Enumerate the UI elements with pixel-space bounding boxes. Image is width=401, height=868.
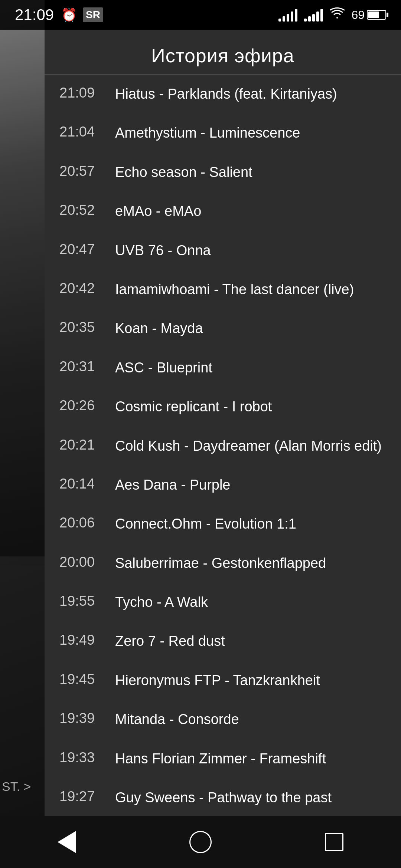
home-button[interactable] bbox=[178, 827, 223, 857]
background-left bbox=[0, 0, 45, 868]
track-item[interactable]: 20:57Echo season - Salient bbox=[45, 153, 401, 192]
track-time: 19:39 bbox=[59, 710, 104, 726]
track-name: Connect.Ohm - Evolution 1:1 bbox=[115, 515, 386, 533]
track-time: 20:26 bbox=[59, 398, 104, 414]
track-name: Zero 7 - Red dust bbox=[115, 632, 386, 650]
bar5 bbox=[295, 9, 297, 22]
track-name: Guy Sweens - Pathway to the past bbox=[115, 789, 386, 807]
track-time: 19:33 bbox=[59, 750, 104, 766]
track-name: Mitanda - Consorde bbox=[115, 710, 386, 729]
track-list: 21:09Hiatus - Parklands (feat. Kirtaniya… bbox=[45, 75, 401, 868]
track-time: 21:04 bbox=[59, 124, 104, 140]
alarm-icon: ⏰ bbox=[61, 7, 77, 22]
bar4 bbox=[291, 11, 293, 22]
track-item[interactable]: 21:04Amethystium - Luminescence bbox=[45, 114, 401, 152]
bar2 bbox=[283, 16, 285, 22]
track-time: 21:09 bbox=[59, 85, 104, 101]
bar5 bbox=[320, 9, 323, 22]
bar2 bbox=[308, 16, 311, 22]
track-item[interactable]: 20:31ASC - Blueprint bbox=[45, 348, 401, 387]
track-time: 20:57 bbox=[59, 163, 104, 179]
track-item[interactable]: 19:45Hieronymus FTP - Tanzkrankheit bbox=[45, 661, 401, 700]
recent-icon bbox=[325, 833, 343, 851]
nav-bar bbox=[0, 816, 401, 868]
track-time: 19:55 bbox=[59, 593, 104, 609]
panel-header: История эфира bbox=[45, 30, 401, 75]
panel-title: История эфира bbox=[56, 45, 390, 67]
track-item[interactable]: 20:26Cosmic replicant - I robot bbox=[45, 387, 401, 426]
track-item[interactable]: 21:09Hiatus - Parklands (feat. Kirtaniya… bbox=[45, 75, 401, 114]
bar3 bbox=[287, 14, 289, 22]
st-indicator: ST. > bbox=[2, 779, 31, 794]
track-name: Echo season - Salient bbox=[115, 163, 386, 181]
track-name: Tycho - A Walk bbox=[115, 593, 386, 611]
recent-button[interactable] bbox=[312, 827, 356, 857]
st-label: ST. > bbox=[2, 779, 31, 793]
home-icon bbox=[189, 831, 212, 853]
track-item[interactable]: 19:49Zero 7 - Red dust bbox=[45, 622, 401, 661]
bar1 bbox=[304, 19, 307, 22]
track-time: 20:31 bbox=[59, 359, 104, 375]
track-name: ASC - Blueprint bbox=[115, 359, 386, 377]
track-item[interactable]: 20:06Connect.Ohm - Evolution 1:1 bbox=[45, 504, 401, 543]
back-icon bbox=[58, 831, 76, 853]
track-time: 19:45 bbox=[59, 671, 104, 687]
track-time: 20:21 bbox=[59, 437, 104, 453]
track-time: 20:42 bbox=[59, 280, 104, 296]
bar4 bbox=[316, 11, 319, 22]
status-bar: 21:09 ⏰ SR bbox=[0, 0, 401, 30]
track-time: 20:00 bbox=[59, 554, 104, 570]
track-name: Hans Florian Zimmer - Frameshift bbox=[115, 750, 386, 768]
battery-container: 69 bbox=[351, 8, 386, 22]
status-icons: ⏰ SR bbox=[61, 7, 103, 22]
signal-bars-1 bbox=[278, 8, 297, 22]
track-time: 20:47 bbox=[59, 241, 104, 257]
track-time: 20:35 bbox=[59, 319, 104, 335]
track-name: Saluberrimae - Gestonkenflapped bbox=[115, 554, 386, 572]
battery-percent: 69 bbox=[351, 8, 365, 22]
track-item[interactable]: 20:21Cold Kush - Daydreamer (Alan Morris… bbox=[45, 427, 401, 466]
track-name: Cosmic replicant - I robot bbox=[115, 398, 386, 416]
track-name: Koan - Mayda bbox=[115, 319, 386, 338]
building-background bbox=[0, 0, 45, 556]
status-left: 21:09 ⏰ SR bbox=[15, 6, 103, 24]
track-time: 19:49 bbox=[59, 632, 104, 648]
track-item[interactable]: 19:27Guy Sweens - Pathway to the past bbox=[45, 778, 401, 817]
track-time: 20:14 bbox=[59, 476, 104, 492]
track-time: 19:27 bbox=[59, 789, 104, 805]
track-name: Hiatus - Parklands (feat. Kirtaniyas) bbox=[115, 85, 386, 103]
track-name: Iamamiwhoami - The last dancer (live) bbox=[115, 280, 386, 299]
battery-fill bbox=[368, 11, 379, 18]
track-item[interactable]: 19:39Mitanda - Consorde bbox=[45, 700, 401, 739]
track-item[interactable]: 20:42Iamamiwhoami - The last dancer (liv… bbox=[45, 270, 401, 309]
track-name: UVB 76 - Onna bbox=[115, 241, 386, 260]
track-item[interactable]: 19:55Tycho - A Walk bbox=[45, 583, 401, 622]
status-right: 69 bbox=[278, 7, 386, 23]
track-time: 20:52 bbox=[59, 202, 104, 218]
track-item[interactable]: 19:33Hans Florian Zimmer - Frameshift bbox=[45, 739, 401, 778]
track-item[interactable]: 20:47UVB 76 - Onna bbox=[45, 231, 401, 270]
track-name: Aes Dana - Purple bbox=[115, 476, 386, 494]
status-time: 21:09 bbox=[15, 6, 54, 24]
signal-bars-2 bbox=[304, 8, 323, 22]
track-item[interactable]: 20:00Saluberrimae - Gestonkenflapped bbox=[45, 544, 401, 583]
track-time: 20:06 bbox=[59, 515, 104, 531]
sr-icon: SR bbox=[83, 7, 103, 22]
back-button[interactable] bbox=[45, 827, 89, 857]
track-item[interactable]: 20:35Koan - Mayda bbox=[45, 309, 401, 348]
track-name: Cold Kush - Daydreamer (Alan Morris edit… bbox=[115, 437, 386, 455]
track-item[interactable]: 20:52eMAo - eMAo bbox=[45, 192, 401, 231]
bar3 bbox=[312, 14, 315, 22]
wifi-icon bbox=[330, 7, 345, 23]
bar1 bbox=[278, 19, 281, 22]
track-name: Amethystium - Luminescence bbox=[115, 124, 386, 142]
track-name: Hieronymus FTP - Tanzkrankheit bbox=[115, 671, 386, 690]
track-name: eMAo - eMAo bbox=[115, 202, 386, 220]
main-panel: История эфира 21:09Hiatus - Parklands (f… bbox=[45, 30, 401, 838]
track-item[interactable]: 20:14Aes Dana - Purple bbox=[45, 466, 401, 504]
battery-icon bbox=[367, 10, 386, 20]
